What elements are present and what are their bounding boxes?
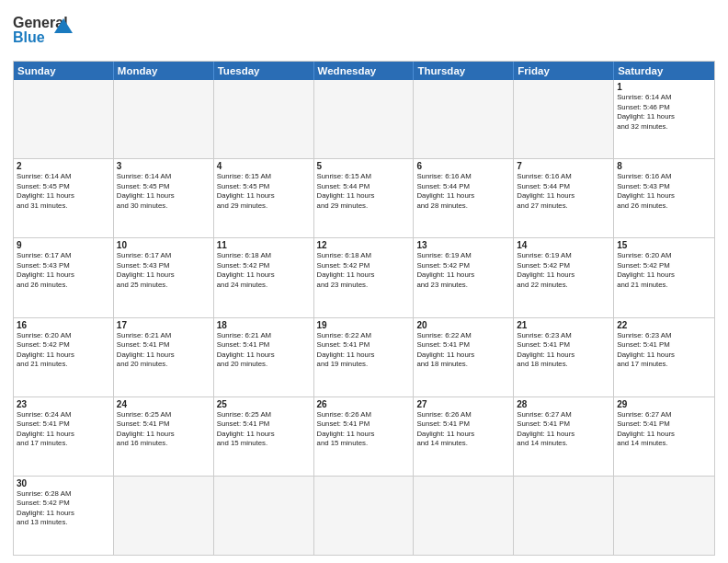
cell-date: 17: [117, 320, 210, 330]
cell-date: 13: [416, 240, 510, 250]
calendar-body: 1Sunrise: 6:14 AM Sunset: 5:46 PM Daylig…: [14, 80, 714, 555]
cell-date: 23: [17, 399, 110, 409]
cell-date: 1: [617, 82, 711, 92]
calendar-week-5: 23Sunrise: 6:24 AM Sunset: 5:41 PM Dayli…: [14, 396, 714, 476]
calendar-cell: [114, 80, 214, 158]
calendar-week-4: 16Sunrise: 6:20 AM Sunset: 5:42 PM Dayli…: [14, 317, 714, 396]
cell-date: 3: [117, 161, 210, 171]
calendar-cell: [14, 80, 114, 158]
cell-info: Sunrise: 6:15 AM Sunset: 5:44 PM Dayligh…: [317, 172, 411, 211]
calendar-cell: [414, 477, 514, 555]
calendar-cell: 14Sunrise: 6:19 AM Sunset: 5:42 PM Dayli…: [514, 238, 614, 316]
calendar-cell: 20Sunrise: 6:22 AM Sunset: 5:41 PM Dayli…: [414, 318, 514, 396]
cell-info: Sunrise: 6:23 AM Sunset: 5:41 PM Dayligh…: [617, 331, 711, 370]
calendar-cell: 27Sunrise: 6:26 AM Sunset: 5:41 PM Dayli…: [414, 397, 514, 476]
cell-info: Sunrise: 6:16 AM Sunset: 5:43 PM Dayligh…: [617, 172, 711, 211]
cell-info: Sunrise: 6:21 AM Sunset: 5:41 PM Dayligh…: [217, 331, 311, 370]
cell-info: Sunrise: 6:26 AM Sunset: 5:41 PM Dayligh…: [416, 410, 510, 449]
day-header-monday: Monday: [114, 62, 214, 80]
cell-info: Sunrise: 6:17 AM Sunset: 5:43 PM Dayligh…: [17, 251, 110, 290]
cell-info: Sunrise: 6:20 AM Sunset: 5:42 PM Dayligh…: [17, 331, 110, 370]
calendar-cell: 2Sunrise: 6:14 AM Sunset: 5:45 PM Daylig…: [14, 159, 114, 237]
cell-info: Sunrise: 6:14 AM Sunset: 5:45 PM Dayligh…: [117, 172, 210, 211]
calendar-cell: [514, 80, 614, 158]
calendar-cell: 21Sunrise: 6:23 AM Sunset: 5:41 PM Dayli…: [514, 318, 614, 396]
day-header-saturday: Saturday: [614, 62, 714, 80]
cell-date: 29: [617, 399, 711, 409]
calendar-cell: 1Sunrise: 6:14 AM Sunset: 5:46 PM Daylig…: [614, 80, 714, 158]
calendar-cell: 18Sunrise: 6:21 AM Sunset: 5:41 PM Dayli…: [214, 318, 314, 396]
cell-date: 14: [517, 240, 610, 250]
calendar-cell: 16Sunrise: 6:20 AM Sunset: 5:42 PM Dayli…: [14, 318, 114, 396]
calendar-cell: 7Sunrise: 6:16 AM Sunset: 5:44 PM Daylig…: [514, 159, 614, 237]
calendar-cell: 12Sunrise: 6:18 AM Sunset: 5:42 PM Dayli…: [314, 238, 415, 316]
calendar-week-6: 30Sunrise: 6:28 AM Sunset: 5:42 PM Dayli…: [14, 476, 714, 555]
calendar-cell: [314, 80, 415, 158]
cell-date: 15: [617, 240, 711, 250]
cell-date: 18: [217, 320, 311, 330]
cell-info: Sunrise: 6:18 AM Sunset: 5:42 PM Dayligh…: [317, 251, 411, 290]
logo-svg: General Blue: [13, 9, 86, 57]
cell-date: 11: [217, 240, 311, 250]
calendar-cell: 17Sunrise: 6:21 AM Sunset: 5:41 PM Dayli…: [114, 318, 214, 396]
calendar-cell: 8Sunrise: 6:16 AM Sunset: 5:43 PM Daylig…: [614, 159, 714, 237]
cell-info: Sunrise: 6:27 AM Sunset: 5:41 PM Dayligh…: [617, 410, 711, 449]
cell-date: 20: [416, 320, 510, 330]
calendar-cell: 24Sunrise: 6:25 AM Sunset: 5:41 PM Dayli…: [114, 397, 214, 476]
calendar-cell: [214, 477, 314, 555]
cell-info: Sunrise: 6:26 AM Sunset: 5:41 PM Dayligh…: [317, 410, 411, 449]
calendar-cell: 15Sunrise: 6:20 AM Sunset: 5:42 PM Dayli…: [614, 238, 714, 316]
day-header-tuesday: Tuesday: [214, 62, 314, 80]
cell-info: Sunrise: 6:18 AM Sunset: 5:42 PM Dayligh…: [217, 251, 311, 290]
calendar-cell: [214, 80, 314, 158]
calendar-cell: 13Sunrise: 6:19 AM Sunset: 5:42 PM Dayli…: [414, 238, 514, 316]
cell-date: 4: [217, 161, 311, 171]
day-header-thursday: Thursday: [414, 62, 514, 80]
page: General Blue SundayMondayTuesdayWednesda…: [0, 0, 728, 563]
calendar-cell: 6Sunrise: 6:16 AM Sunset: 5:44 PM Daylig…: [414, 159, 514, 237]
cell-date: 8: [617, 161, 711, 171]
calendar-cell: [514, 477, 614, 555]
calendar-cell: [614, 477, 714, 555]
cell-info: Sunrise: 6:15 AM Sunset: 5:45 PM Dayligh…: [217, 172, 311, 211]
calendar-cell: 19Sunrise: 6:22 AM Sunset: 5:41 PM Dayli…: [314, 318, 415, 396]
calendar-week-3: 9Sunrise: 6:17 AM Sunset: 5:43 PM Daylig…: [14, 237, 714, 316]
calendar: SundayMondayTuesdayWednesdayThursdayFrid…: [13, 61, 715, 556]
cell-info: Sunrise: 6:16 AM Sunset: 5:44 PM Dayligh…: [416, 172, 510, 211]
cell-date: 10: [117, 240, 210, 250]
cell-info: Sunrise: 6:25 AM Sunset: 5:41 PM Dayligh…: [117, 410, 210, 449]
calendar-cell: 25Sunrise: 6:25 AM Sunset: 5:41 PM Dayli…: [214, 397, 314, 476]
cell-date: 9: [17, 240, 110, 250]
calendar-week-1: 1Sunrise: 6:14 AM Sunset: 5:46 PM Daylig…: [14, 80, 714, 158]
cell-info: Sunrise: 6:24 AM Sunset: 5:41 PM Dayligh…: [17, 410, 110, 449]
calendar-cell: 29Sunrise: 6:27 AM Sunset: 5:41 PM Dayli…: [614, 397, 714, 476]
cell-date: 16: [17, 320, 110, 330]
cell-date: 25: [217, 399, 311, 409]
calendar-cell: 4Sunrise: 6:15 AM Sunset: 5:45 PM Daylig…: [214, 159, 314, 237]
cell-info: Sunrise: 6:21 AM Sunset: 5:41 PM Dayligh…: [117, 331, 210, 370]
cell-info: Sunrise: 6:16 AM Sunset: 5:44 PM Dayligh…: [517, 172, 610, 211]
cell-date: 19: [317, 320, 411, 330]
cell-info: Sunrise: 6:20 AM Sunset: 5:42 PM Dayligh…: [617, 251, 711, 290]
day-header-friday: Friday: [514, 62, 614, 80]
calendar-cell: 30Sunrise: 6:28 AM Sunset: 5:42 PM Dayli…: [14, 477, 114, 555]
cell-info: Sunrise: 6:19 AM Sunset: 5:42 PM Dayligh…: [416, 251, 510, 290]
cell-date: 5: [317, 161, 411, 171]
calendar-week-2: 2Sunrise: 6:14 AM Sunset: 5:45 PM Daylig…: [14, 158, 714, 237]
cell-info: Sunrise: 6:27 AM Sunset: 5:41 PM Dayligh…: [517, 410, 610, 449]
calendar-cell: 9Sunrise: 6:17 AM Sunset: 5:43 PM Daylig…: [14, 238, 114, 316]
cell-info: Sunrise: 6:25 AM Sunset: 5:41 PM Dayligh…: [217, 410, 311, 449]
calendar-cell: [314, 477, 415, 555]
cell-date: 30: [17, 478, 110, 488]
cell-date: 26: [317, 399, 411, 409]
cell-info: Sunrise: 6:22 AM Sunset: 5:41 PM Dayligh…: [317, 331, 411, 370]
cell-date: 7: [517, 161, 610, 171]
cell-date: 27: [416, 399, 510, 409]
day-header-wednesday: Wednesday: [314, 62, 415, 80]
cell-info: Sunrise: 6:17 AM Sunset: 5:43 PM Dayligh…: [117, 251, 210, 290]
cell-date: 22: [617, 320, 711, 330]
calendar-header: SundayMondayTuesdayWednesdayThursdayFrid…: [14, 62, 714, 80]
cell-date: 28: [517, 399, 610, 409]
calendar-cell: 5Sunrise: 6:15 AM Sunset: 5:44 PM Daylig…: [314, 159, 415, 237]
calendar-cell: 23Sunrise: 6:24 AM Sunset: 5:41 PM Dayli…: [14, 397, 114, 476]
